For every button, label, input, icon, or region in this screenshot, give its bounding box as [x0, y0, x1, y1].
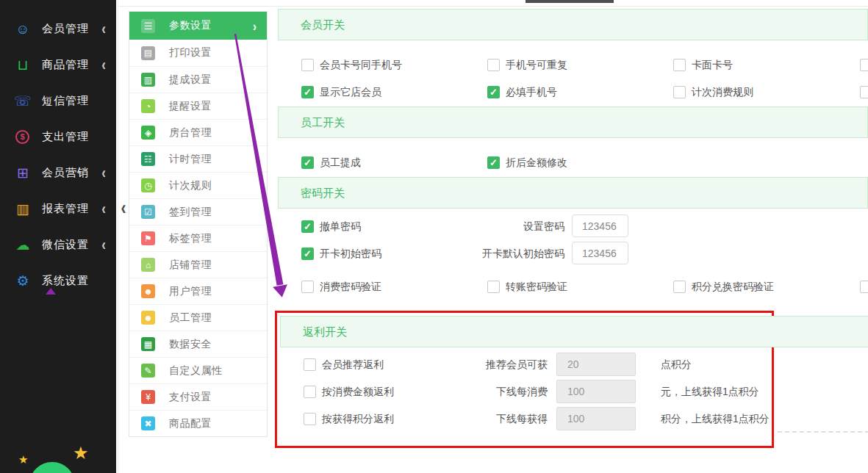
submenu-item-0[interactable]: ☰参数设置›: [129, 12, 267, 40]
submenu-item-label: 打印设置: [169, 46, 212, 59]
submenu-item-label: 商品配置: [169, 417, 212, 430]
checkbox-label: 计次消费规则: [692, 86, 753, 99]
checkbox-option[interactable]: ✓员工提成: [301, 149, 361, 176]
submenu-item-1[interactable]: ▤打印设置: [129, 40, 267, 66]
checkbox-label: 显示它店会员: [320, 86, 381, 99]
section-staff: 员工开关✓员工提成✓折后金额修改: [278, 106, 868, 176]
checkbox-option[interactable]: 卡面卡号: [673, 51, 733, 79]
store-icon: ⌂: [141, 258, 155, 272]
field-suffix: 元，上线获得1点积分: [661, 378, 759, 405]
submenu-item-15[interactable]: ✖商品配置: [129, 410, 267, 436]
checkbox-option[interactable]: ✓撤单密码: [301, 213, 361, 240]
checkbox-option[interactable]: 会员卡号同手机号: [301, 51, 402, 79]
star-icon: ★: [18, 453, 28, 466]
submenu-item-2[interactable]: ▥提成设置: [129, 66, 267, 93]
field-suffix: 积分，上线获得1点积分: [661, 405, 770, 433]
submenu-item-label: 提醒设置: [169, 100, 212, 113]
settings-submenu-panel: ☰参数设置›▤打印设置▥提成设置◔提醒设置◈房台管理☷计时管理◷计次规则☑签到管…: [129, 11, 268, 437]
field-label: 推荐会员可获: [449, 351, 548, 378]
submenu-item-12[interactable]: ▦数据安全: [129, 331, 267, 357]
checkbox-label: 折后金额修改: [506, 156, 567, 170]
checkbox-option[interactable]: [860, 51, 868, 79]
sidebar-item-label: 微信设置: [42, 238, 89, 252]
checkbox-option[interactable]: 按获得积分返利: [304, 405, 394, 433]
submenu-item-8[interactable]: ⚑标签管理: [129, 225, 267, 251]
checkbox-unchecked: [860, 59, 868, 71]
checkbox-option[interactable]: 按消费金额返利: [304, 378, 394, 405]
submenu-item-7[interactable]: ☑签到管理: [129, 198, 267, 225]
submenu-item-label: 数据安全: [169, 338, 212, 351]
checkbox-label: 会员卡号同手机号: [320, 59, 402, 72]
pencil-icon: ✎: [141, 364, 155, 378]
field-input[interactable]: [556, 407, 636, 430]
submenu-item-6[interactable]: ◷计次规则: [129, 172, 267, 198]
section-header: 会员开关: [278, 9, 868, 40]
data-chart-icon: ▦: [141, 337, 155, 351]
sidebar-item-2[interactable]: ☏短信管理: [0, 83, 116, 119]
sidebar-item-label: 商品管理: [42, 58, 89, 72]
submenu-item-13[interactable]: ✎自定义属性: [129, 357, 267, 383]
field-input[interactable]: [556, 353, 636, 376]
chevron-left-icon: ‹: [101, 165, 106, 181]
checkbox-unchecked: [673, 86, 686, 98]
sidebar-item-3[interactable]: $支出管理: [0, 119, 116, 155]
submenu-item-4[interactable]: ◈房台管理: [129, 119, 267, 145]
checkbox-checked: ✓: [301, 248, 314, 260]
sidebar-item-label: 系统设置: [42, 274, 89, 288]
sidebar-item-1[interactable]: ⊔商品管理‹: [0, 47, 116, 83]
section-title: 密码开关: [301, 187, 345, 199]
chevron-left-icon: ‹: [101, 57, 106, 73]
submenu-item-9[interactable]: ⌂店铺管理: [129, 251, 267, 278]
field-input[interactable]: [572, 214, 628, 237]
collapse-submenu-handle[interactable]: ‹: [118, 195, 129, 220]
form-row: ✓撤单密码设置密码: [278, 213, 868, 240]
sidebar-item-label: 报表管理: [42, 202, 89, 216]
field-input[interactable]: [572, 242, 628, 264]
sidebar-menu: ☺会员管理‹⊔商品管理‹☏短信管理$支出管理⊞会员营销‹▥报表管理‹☁微信设置‹…: [0, 11, 116, 299]
checkbox-option[interactable]: 消费密码验证: [301, 273, 381, 300]
commission-doc-icon: ▥: [141, 73, 155, 87]
checkbox-label: 按获得积分返利: [322, 413, 394, 426]
sidebar-item-0[interactable]: ☺会员管理‹: [0, 11, 116, 47]
checkbox-unchecked: [301, 281, 314, 293]
section-title: 返利开关: [303, 325, 347, 338]
checkbox-option[interactable]: ✓必填手机号: [487, 79, 557, 106]
sidebar-item-4[interactable]: ⊞会员营销‹: [0, 155, 116, 191]
checkbox-unchecked: [301, 59, 314, 71]
sidebar-item-6[interactable]: ☁微信设置‹: [0, 227, 116, 263]
user-icon: ☻: [141, 284, 155, 298]
checkbox-option[interactable]: 手机号可重复: [487, 51, 567, 79]
checkbox-option[interactable]: ✓折后金额修改: [487, 149, 567, 176]
section-title: 会员开关: [301, 18, 345, 31]
checkbox-option[interactable]: 转账密码验证: [487, 273, 567, 300]
submenu-item-14[interactable]: ¥支付设置: [129, 383, 267, 410]
checkbox-label: 转账密码验证: [506, 281, 567, 294]
sidebar-item-label: 短信管理: [42, 94, 89, 108]
wechat-icon: ☁: [13, 238, 32, 252]
sidebar-item-7[interactable]: ⚙系统设置: [0, 263, 116, 299]
checkbox-option[interactable]: [860, 79, 868, 106]
submenu-item-label: 签到管理: [169, 206, 212, 219]
mascot-circle-logo: [29, 462, 75, 473]
sidebar-item-5[interactable]: ▥报表管理‹: [0, 191, 116, 227]
checkbox-option[interactable]: 积分兑换密码验证: [673, 273, 774, 300]
checkbox-checked: ✓: [487, 86, 500, 98]
submenu-item-3[interactable]: ◔提醒设置: [129, 93, 267, 119]
field-suffix: 点积分: [661, 351, 692, 378]
field-label: 下线每消费: [449, 378, 548, 405]
checkbox-option[interactable]: ✓显示它店会员: [301, 79, 381, 106]
field-input[interactable]: [556, 380, 636, 403]
chevron-right-icon: ›: [253, 18, 257, 33]
checkbox-option[interactable]: 计次消费规则: [673, 79, 753, 106]
checkbox-option[interactable]: 会员推荐返利: [304, 351, 384, 378]
calendar-check-icon: ☑: [141, 205, 155, 219]
form-row: 消费密码验证转账密码验证积分兑换密码验证: [278, 273, 868, 300]
submenu-item-5[interactable]: ☷计时管理: [129, 145, 267, 172]
checkbox-unchecked: [860, 86, 868, 98]
submenu-item-11[interactable]: ☻员工管理: [129, 304, 267, 331]
submenu-item-10[interactable]: ☻用户管理: [129, 278, 267, 304]
section-password: 密码开关✓撤单密码设置密码✓开卡初始密码开卡默认初始密码消费密码验证转账密码验证…: [278, 177, 868, 300]
checkbox-option[interactable]: [860, 273, 868, 300]
checkbox-option[interactable]: ✓开卡初始密码: [301, 240, 381, 267]
submenu-item-label: 计次规则: [169, 179, 212, 192]
